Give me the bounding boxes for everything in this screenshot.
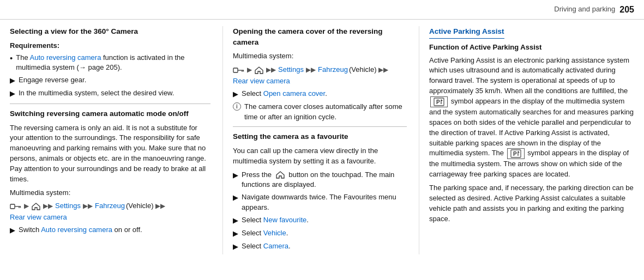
- arrow-item-open: ▶ Select Open camera cover.: [233, 89, 407, 100]
- path-line-left: ▶ ▶▶ Settings ▶▶ Fahrzeug (Vehicle) ▶▶ R…: [10, 201, 210, 223]
- key-icon: [10, 202, 22, 211]
- vehicle-link[interactable]: Vehicle: [263, 229, 286, 237]
- divider-1: [10, 104, 210, 104]
- svg-marker-11: [441, 99, 443, 101]
- arrow-text-camera: Select Camera.: [242, 241, 291, 252]
- arrow-icon-camera: ▶: [233, 242, 238, 252]
- fahrzeug-link-mid[interactable]: Fahrzeug: [318, 65, 348, 75]
- mid-path-arrow-4: ▶▶: [378, 65, 388, 75]
- path-arrow-4: ▶▶: [155, 202, 165, 211]
- svg-marker-15: [518, 151, 520, 153]
- bullet-text-1: The Auto reversing camera function is ac…: [16, 53, 210, 74]
- section-title-opening: Opening the camera cover of the reversin…: [233, 26, 407, 47]
- arrow-item-navigate: ▶ Navigate downwards twice. The Favourit…: [233, 192, 407, 213]
- path-arrow-2: ▶▶: [43, 202, 53, 211]
- arrow-icon-navigate: ▶: [233, 193, 238, 203]
- arrow-icon-press: ▶: [233, 171, 238, 181]
- arrow-item-2: ▶ In the multimedia system, select the d…: [10, 88, 210, 99]
- arrow-item-vehicle: ▶ Select Vehicle.: [233, 228, 407, 239]
- bullet-dot: •: [10, 53, 13, 63]
- svg-rect-4: [233, 68, 238, 72]
- info-item-1: i The camera cover closes automatically …: [233, 102, 407, 123]
- arrow-text-open: Select Open camera cover.: [242, 89, 327, 99]
- veh-label-mid: (Vehicle): [349, 65, 377, 75]
- arrow-text-press: Press the button on the touchpad. The ma…: [242, 170, 407, 191]
- page-header: Driving and parking 205: [0, 0, 644, 20]
- parking-icon-2: P: [507, 148, 525, 159]
- rear-cam-link-mid[interactable]: Rear view camera: [233, 76, 290, 87]
- section-title-switch: Switching reversing camera automatic mod…: [10, 108, 210, 119]
- path-arrow-1: ▶: [24, 202, 29, 211]
- settings-link-left[interactable]: Settings: [55, 201, 81, 211]
- col-left: Selecting a view for the 360° Camera Req…: [10, 26, 222, 254]
- home-icon-press: [275, 171, 285, 179]
- col-right: Active Parking Assist Function of Active…: [419, 26, 634, 254]
- arrow-icon-open: ▶: [233, 89, 238, 100]
- body-para-2: The parking space and, if necessary, the…: [429, 183, 634, 224]
- arrow-text-2: In the multimedia system, select the des…: [19, 88, 174, 99]
- mid-path-arrow-1: ▶: [247, 65, 252, 75]
- section-title-favourite: Setting the camera as a favourite: [233, 131, 407, 142]
- page-number: 205: [619, 3, 634, 16]
- arrow-text-vehicle: Select Vehicle.: [242, 228, 288, 239]
- info-text-1: The camera cover closes automatically af…: [244, 102, 407, 123]
- svg-rect-0: [10, 204, 15, 209]
- arrow-item-new-fav: ▶ Select New favourite.: [233, 215, 407, 226]
- arrow-icon-1: ▶: [10, 76, 15, 86]
- arrow-text-1: Engage reverse gear.: [19, 75, 86, 86]
- camera-link[interactable]: Camera: [263, 242, 288, 250]
- new-favourite-link[interactable]: New favourite: [263, 216, 306, 224]
- arrow-icon-switch: ▶: [10, 226, 15, 236]
- mid-path-arrow-3: ▶▶: [306, 65, 316, 75]
- info-icon: i: [233, 102, 241, 111]
- auto-reversing-link[interactable]: Auto reversing camera: [30, 53, 101, 62]
- svg-text:P: P: [513, 151, 517, 157]
- section-title-360: Selecting a view for the 360° Camera: [10, 26, 210, 37]
- open-camera-link[interactable]: Open camera cover: [263, 89, 325, 98]
- col-mid: Opening the camera cover of the reversin…: [222, 26, 419, 254]
- key-icon-mid: [233, 66, 245, 75]
- settings-link-mid[interactable]: Settings: [278, 65, 304, 75]
- path-arrow-3: ▶▶: [83, 202, 93, 211]
- mid-path-arrow-2: ▶▶: [266, 65, 276, 75]
- content-area: Selecting a view for the 360° Camera Req…: [0, 20, 644, 260]
- arrow-item-1: ▶ Engage reverse gear.: [10, 75, 210, 86]
- home-icon-mid: [254, 66, 264, 75]
- multimedia-label-mid: Multimedia system:: [233, 51, 407, 62]
- multimedia-label-left: Multimedia system:: [10, 188, 210, 198]
- veh-label-left: (Vehicle): [126, 201, 154, 211]
- fahrzeug-link-left[interactable]: Fahrzeug: [95, 201, 125, 211]
- bullet-item-1: • The Auto reversing camera function is …: [10, 53, 210, 74]
- rear-cam-link-left[interactable]: Rear view camera: [10, 212, 67, 223]
- arrow-text-switch: Switch Auto reversing camera on or off.: [19, 225, 142, 235]
- arrow-item-press: ▶ Press the button on the touchpad. The …: [233, 170, 407, 191]
- divider-mid: [233, 126, 407, 127]
- home-icon: [31, 202, 41, 211]
- arrow-text-new-fav: Select New favourite.: [242, 215, 309, 226]
- section-label: Driving and parking: [554, 4, 615, 15]
- arrow-text-navigate: Navigate downwards twice. The Favourites…: [242, 192, 407, 213]
- arrow-icon-2: ▶: [10, 89, 15, 99]
- svg-text:P: P: [436, 99, 440, 105]
- function-subtitle: Function of Active Parking Assist: [429, 42, 634, 53]
- parking-icon-1: P: [430, 96, 448, 107]
- active-parking-title: Active Parking Assist: [429, 26, 504, 39]
- arrow-icon-vehicle: ▶: [233, 229, 238, 239]
- arrow-item-camera: ▶ Select Camera.: [233, 241, 407, 252]
- body-para-1: Active Parking Assist is an electronic p…: [429, 56, 634, 180]
- section2-body-mid: You can call up the camera view directly…: [233, 146, 407, 167]
- requirements-label: Requirements:: [10, 41, 210, 51]
- section2-body: The reversing camera is only an aid. It …: [10, 123, 210, 185]
- path-line-mid: ▶ ▶▶ Settings ▶▶ Fahrzeug (Vehicle) ▶▶ R…: [233, 65, 407, 87]
- arrow-item-switch: ▶ Switch Auto reversing camera on or off…: [10, 225, 210, 236]
- arrow-icon-new-fav: ▶: [233, 216, 238, 226]
- auto-reversing-link-2[interactable]: Auto reversing camera: [41, 226, 112, 234]
